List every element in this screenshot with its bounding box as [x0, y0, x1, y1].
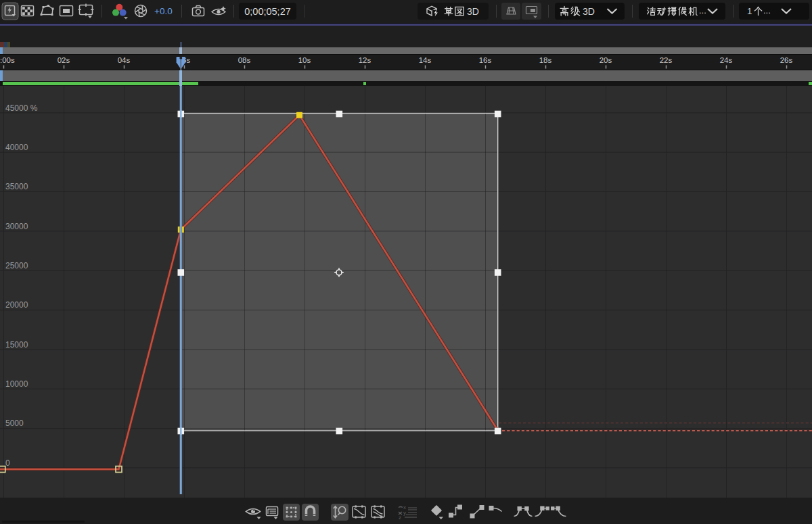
svg-text:25000: 25000 — [5, 261, 28, 270]
svg-text:40000: 40000 — [5, 143, 28, 152]
svg-text:3D: 3D — [467, 6, 479, 17]
svg-text:45000 %: 45000 % — [5, 103, 38, 113]
svg-text:z: z — [399, 515, 401, 521]
svg-text:...: ... — [699, 5, 706, 16]
svg-text:30000: 30000 — [5, 222, 28, 231]
svg-text:5000: 5000 — [5, 419, 24, 428]
svg-text:1: 1 — [747, 6, 752, 16]
svg-text:+0.0: +0.0 — [154, 6, 173, 16]
svg-text:10000: 10000 — [5, 379, 28, 389]
svg-text:15000: 15000 — [5, 340, 28, 350]
svg-text:20000: 20000 — [5, 300, 28, 310]
svg-text:0;00;05;27: 0;00;05;27 — [244, 6, 291, 17]
svg-text:y: y — [403, 510, 406, 516]
svg-text:3D: 3D — [583, 6, 595, 17]
svg-text:0: 0 — [5, 458, 10, 468]
svg-text:35000: 35000 — [5, 182, 28, 191]
svg-text:...: ... — [763, 5, 771, 16]
